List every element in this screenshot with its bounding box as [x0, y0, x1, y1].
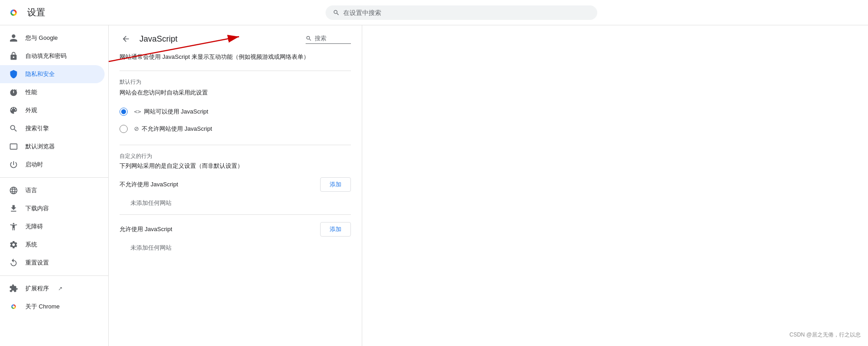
panel-title: JavaScript [139, 34, 177, 44]
custom-section-title: 自定义的行为 [120, 152, 351, 160]
sidebar-item-system-label: 系统 [25, 241, 37, 249]
panel-body: 网站通常会使用 JavaScript 来显示互动功能（例如视频游戏或网络表单） … [109, 52, 362, 266]
sidebar: 您与 Google 自动填充和密码 隐私和安全 性能 外观 [0, 25, 109, 346]
startup-icon [9, 160, 18, 169]
top-search-wrapper [326, 5, 597, 20]
default-section-subtitle: 网站会在您访问时自动采用此设置 [120, 89, 351, 97]
disallow-add-button[interactable]: 添加 [320, 177, 351, 192]
sidebar-item-default-browser[interactable]: 默认浏览器 [0, 137, 105, 156]
search-icon [333, 9, 340, 16]
external-link-icon: ↗ [58, 285, 62, 292]
default-behavior-section: 默认行为 网站会在您访问时自动采用此设置 <> 网站可以使用 JavaScrip… [120, 78, 351, 137]
disallow-js-radio[interactable] [120, 125, 128, 133]
sidebar-item-extensions-label: 扩展程序 [25, 284, 49, 293]
sidebar-item-privacy-label: 隐私和安全 [25, 70, 55, 78]
sidebar-item-autofill[interactable]: 自动填充和密码 [0, 47, 105, 65]
accessibility-icon [9, 222, 18, 231]
sidebar-item-autofill-label: 自动填充和密码 [25, 52, 67, 60]
allow-js-text: 网站可以使用 JavaScript [144, 108, 208, 116]
sidebar-item-google[interactable]: 您与 Google [0, 29, 105, 47]
downloads-icon [9, 204, 18, 213]
panel-header: JavaScript 搜索 [109, 25, 362, 52]
sidebar-item-reset-label: 重置设置 [25, 259, 49, 267]
main-layout: 您与 Google 自动填充和密码 隐私和安全 性能 外观 [0, 25, 868, 346]
sidebar-item-startup[interactable]: 启动时 [0, 156, 105, 174]
disallow-js-text: 不允许网站使用 JavaScript [142, 125, 212, 133]
panel-search[interactable]: 搜索 [306, 34, 351, 44]
allow-js-radio[interactable] [120, 108, 128, 116]
page-title: 设置 [27, 6, 54, 19]
default-section-title: 默认行为 [120, 78, 351, 86]
allow-js-option[interactable]: <> 网站可以使用 JavaScript [120, 103, 351, 120]
top-bar: 设置 [0, 0, 868, 25]
sidebar-item-accessibility-label: 无障碍 [25, 223, 43, 231]
divider-2 [120, 145, 351, 145]
divider-1 [120, 71, 351, 71]
reset-icon [9, 258, 18, 267]
disallow-label: 不允许使用 JavaScript [120, 180, 178, 189]
sidebar-item-performance-label: 性能 [25, 88, 37, 96]
custom-section-subtitle: 下列网站采用的是自定义设置（而非默认设置） [120, 162, 351, 170]
search-engine-icon [9, 124, 18, 133]
sidebar-item-language[interactable]: 语言 [0, 181, 105, 199]
browser-icon [9, 142, 18, 151]
sidebar-divider-1 [0, 177, 108, 178]
allow-add-button[interactable]: 添加 [320, 222, 351, 237]
disallow-js-option[interactable]: ⊘ 不允许网站使用 JavaScript [120, 120, 351, 137]
person-icon [9, 33, 18, 43]
sidebar-item-default-browser-label: 默认浏览器 [25, 142, 55, 151]
sidebar-item-search[interactable]: 搜索引擎 [0, 119, 105, 137]
allow-label: 允许使用 JavaScript [120, 225, 172, 233]
allow-empty-text: 未添加任何网站 [120, 240, 351, 252]
sidebar-item-accessibility[interactable]: 无障碍 [0, 218, 105, 236]
sidebar-item-performance[interactable]: 性能 [0, 83, 105, 101]
top-search-input[interactable] [343, 9, 590, 16]
panel-search-icon [306, 35, 312, 42]
sidebar-item-reset[interactable]: 重置设置 [0, 254, 105, 272]
svg-point-3 [13, 306, 15, 308]
sidebar-item-extensions[interactable]: 扩展程序 ↗ [0, 280, 105, 298]
code-icon: <> [134, 108, 141, 115]
back-button[interactable] [120, 33, 132, 45]
svg-point-1 [12, 11, 15, 14]
sidebar-item-google-label: 您与 Google [25, 34, 58, 42]
custom-behavior-section: 自定义的行为 下列网站采用的是自定义设置（而非默认设置） 不允许使用 JavaS… [120, 152, 351, 252]
sidebar-item-language-label: 语言 [25, 186, 37, 194]
extensions-icon [9, 284, 18, 293]
js-settings-panel: JavaScript 搜索 网站通常会使用 JavaScript 来显示互动功能… [109, 25, 362, 346]
no-code-icon: ⊘ [134, 125, 139, 132]
sidebar-item-privacy[interactable]: 隐私和安全 [0, 65, 105, 83]
js-description: 网站通常会使用 JavaScript 来显示互动功能（例如视频游戏或网络表单） [120, 52, 351, 62]
sidebar-item-about[interactable]: 关于 Chrome [0, 298, 105, 316]
right-panel [362, 25, 868, 346]
chrome-logo-icon [7, 6, 20, 19]
language-icon [9, 186, 18, 195]
sidebar-divider-2 [0, 275, 108, 276]
disallow-empty-text: 未添加任何网站 [120, 195, 351, 207]
watermark: CSDN @居之无倦，行之以忠 [789, 331, 861, 339]
sidebar-item-search-label: 搜索引擎 [25, 124, 49, 133]
top-search-bar[interactable] [326, 5, 597, 20]
sidebar-item-appearance[interactable]: 外观 [0, 101, 105, 119]
panel-search-label: 搜索 [315, 34, 326, 43]
content-area: JavaScript 搜索 网站通常会使用 JavaScript 来显示互动功能… [109, 25, 868, 346]
sidebar-item-appearance-label: 外观 [25, 106, 37, 114]
sidebar-item-system[interactable]: 系统 [0, 236, 105, 254]
sidebar-item-startup-label: 启动时 [25, 161, 43, 169]
allow-action-row: 允许使用 JavaScript 添加 [120, 222, 351, 237]
about-icon [9, 302, 18, 311]
system-icon [9, 240, 18, 249]
divider-3 [120, 214, 351, 215]
lock-icon [9, 52, 18, 61]
appearance-icon [9, 106, 18, 115]
allow-js-label: <> 网站可以使用 JavaScript [134, 108, 208, 116]
shield-icon [9, 70, 18, 79]
performance-icon [9, 88, 18, 97]
sidebar-item-downloads[interactable]: 下载内容 [0, 199, 105, 218]
disallow-js-label: ⊘ 不允许网站使用 JavaScript [134, 125, 212, 133]
disallow-action-row: 不允许使用 JavaScript 添加 [120, 177, 351, 192]
sidebar-item-downloads-label: 下载内容 [25, 204, 49, 213]
sidebar-item-about-label: 关于 Chrome [25, 303, 60, 311]
